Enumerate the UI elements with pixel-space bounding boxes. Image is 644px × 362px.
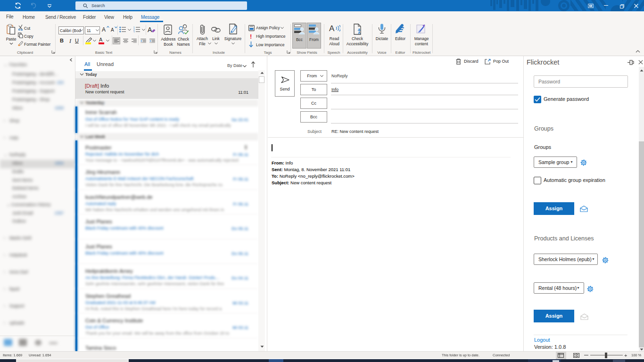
svg-text:3: 3	[133, 31, 135, 33]
